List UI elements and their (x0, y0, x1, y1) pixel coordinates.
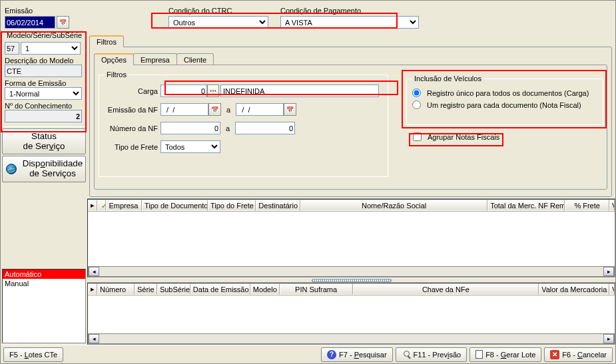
modo-list[interactable]: Automático Manual (2, 269, 86, 343)
emissao-nf-ate-calendar[interactable]: 📅 (284, 103, 296, 116)
radio-registro-cada-label: Um registro para cada documento (Nota Fi… (427, 101, 581, 109)
f11-previsao-button[interactable]: F11 - Previsão (396, 347, 467, 362)
calendar-icon: 📅 (286, 106, 294, 113)
calendar-icon: 📅 (59, 19, 67, 26)
search-icon (402, 350, 411, 359)
grid1-col-empresa[interactable]: Empresa (106, 200, 142, 211)
grid1-col-total[interactable]: Total da Merc. NF Rem. (487, 200, 565, 211)
grid2-col-subserie[interactable]: SubSérie (157, 283, 190, 295)
agrupar-nf-checkbox[interactable] (413, 132, 422, 141)
grid2-col-data[interactable]: Data de Emissão (190, 283, 250, 295)
cond-ctrc-label: Condição do CTRC (168, 7, 274, 15)
list-item-automatico[interactable]: Automático (3, 270, 85, 279)
f7-label: F7 - Pesquisar (339, 351, 387, 359)
scroll-right-icon[interactable]: ▸ (603, 267, 614, 276)
radio-registro-unico[interactable] (412, 89, 421, 97)
emissao-nf-label: Emissão da NF (105, 106, 160, 114)
carga-desc: INDEFINIDA (220, 85, 379, 97)
f5-label: F5 - Lotes CTe (9, 351, 57, 359)
tab-filtros-outer[interactable]: Filtros (89, 35, 124, 47)
grid2-col-serie[interactable]: Série (135, 283, 157, 295)
inclusao-veic-legend: Inclusão de Veículos (412, 75, 483, 83)
grid2-body[interactable] (88, 295, 615, 333)
a-label-2: a (220, 124, 235, 132)
tab-opcoes[interactable]: Opções (94, 53, 134, 65)
emissao-nf-ate-input[interactable] (236, 103, 284, 116)
descr-modelo-input (5, 65, 82, 77)
descr-modelo-label: Descrição do Modelo (5, 57, 73, 65)
carga-input[interactable] (160, 85, 207, 97)
grid2-col-modelo[interactable]: Modelo (250, 283, 280, 295)
f6-label: F6 - Cancelar (562, 351, 607, 359)
grid1-body[interactable] (88, 212, 615, 266)
grid1-col-marker[interactable]: ▸ (88, 200, 97, 211)
num-conhec-label: Nº do Conhecimento (5, 102, 72, 110)
grid2-col-val[interactable]: Val (609, 283, 615, 295)
scroll-right-icon[interactable]: ▸ (603, 334, 614, 343)
grid2-col-pin[interactable]: PIN Suframa (280, 283, 353, 295)
grip-icon (312, 279, 392, 282)
document-icon (475, 350, 483, 359)
grid2-header: ▸ Número Série SubSérie Data de Emissão … (88, 283, 615, 295)
serie-select[interactable]: 1 (21, 42, 81, 55)
f8-label: F8 - Gerar Lote (485, 351, 535, 359)
tipo-frete-select[interactable]: Todos (160, 140, 220, 153)
num-conhec-input (5, 110, 82, 122)
grid1-col-tipodoc[interactable]: Tipo de Documento (142, 200, 208, 211)
tab-cliente[interactable]: Cliente (176, 53, 214, 65)
grid1-col-valor[interactable]: Valor d (609, 200, 615, 211)
check-icon (100, 202, 107, 208)
tab-empresa[interactable]: Empresa (133, 53, 177, 65)
help-icon: ? (327, 350, 336, 359)
f7-pesquisar-button[interactable]: ? F7 - Pesquisar (321, 347, 393, 362)
numero-nf-de-input[interactable] (160, 122, 220, 134)
grid2-col-numero[interactable]: Número (97, 283, 135, 295)
grid2-hscroll[interactable]: ◂ ▸ (88, 333, 615, 344)
splitter-handle[interactable] (87, 277, 615, 283)
grid2-col-chave[interactable]: Chave da NFe (353, 283, 539, 295)
emissao-nf-de-input[interactable] (160, 103, 208, 116)
filtros-legend: Filtros (105, 71, 129, 79)
numero-nf-label: Número da NF (105, 124, 160, 132)
status-servico-button[interactable]: Statusde Serviço (2, 128, 86, 154)
grid1-col-pfrete[interactable]: % Frete (565, 200, 609, 211)
carga-label: Carga (105, 87, 160, 95)
disp-servicos-button[interactable]: Disponibilidadede Serviços (2, 156, 86, 182)
ie-icon (6, 164, 17, 174)
calendar-icon: 📅 (211, 106, 218, 113)
emissao-label: Emissão (5, 7, 79, 15)
ellipsis-icon: ⋯ (210, 87, 216, 94)
list-item-manual[interactable]: Manual (3, 279, 85, 288)
carga-lookup-button[interactable]: ⋯ (207, 85, 219, 97)
f8-gerarlote-button[interactable]: F8 - Gerar Lote (469, 347, 541, 362)
status-servico-label: Statusde Serviço (23, 132, 65, 151)
grid1-col-nome[interactable]: Nome/Razão Social (300, 200, 487, 211)
scroll-left-icon[interactable]: ◂ (89, 334, 99, 343)
cond-pagamento-label: Condição de Pagamento (280, 7, 424, 15)
modelo-input (5, 42, 19, 55)
scroll-left-icon[interactable]: ◂ (89, 267, 99, 276)
grid2-col-valormerc[interactable]: Valor da Mercadoria (539, 283, 609, 295)
grid1-hscroll[interactable]: ◂ ▸ (88, 266, 615, 277)
close-icon: ✕ (550, 350, 559, 359)
radio-registro-cada[interactable] (412, 100, 421, 109)
cond-ctrc-select[interactable]: Outros (168, 16, 268, 29)
numero-nf-ate-input[interactable] (235, 122, 295, 134)
a-label-1: a (221, 106, 236, 114)
emissao-nf-de-calendar[interactable]: 📅 (208, 103, 221, 116)
grid1-col-tipofrete[interactable]: Tipo do Frete (208, 200, 256, 211)
grid1-col-dest[interactable]: Destinatário (256, 200, 300, 211)
forma-emissao-label: Forma de Emissão (5, 79, 66, 87)
emissao-calendar-button[interactable]: 📅 (57, 16, 69, 29)
forma-emissao-select[interactable]: 1-Normal (5, 87, 82, 100)
grid1-col-check[interactable] (97, 200, 107, 211)
emissao-input[interactable] (5, 16, 55, 29)
grid1-header: ▸ Empresa Tipo de Documento Tipo do Fret… (88, 200, 615, 212)
grid2-col-marker[interactable]: ▸ (88, 283, 97, 295)
radio-registro-unico-label: Registro único para todos os documentos … (427, 89, 589, 97)
cond-pagamento-select[interactable]: A VISTA (280, 16, 419, 29)
tipo-frete-label: Tipo de Frete (105, 143, 160, 151)
f5-lotes-button[interactable]: F5 - Lotes CTe (3, 347, 63, 362)
agrupar-nf-label: Agrupar Notas Fiscais (428, 133, 499, 141)
f6-cancelar-button[interactable]: ✕ F6 - Cancelar (544, 347, 613, 362)
